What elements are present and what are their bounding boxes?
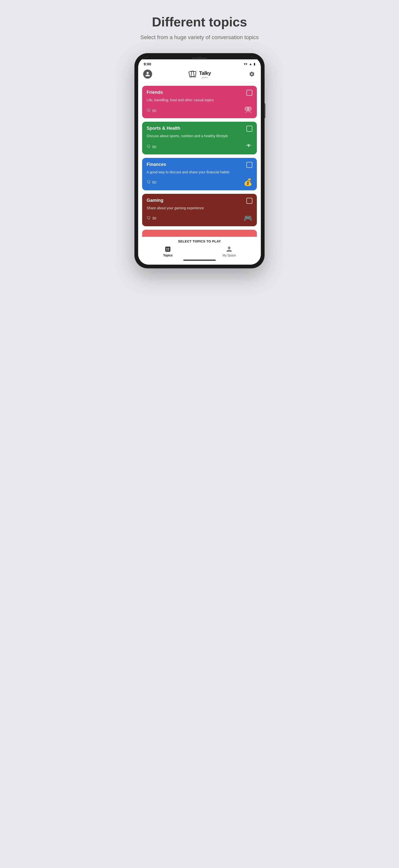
svg-rect-6 xyxy=(168,249,169,251)
svg-rect-3 xyxy=(166,248,167,249)
topic-checkbox-sports[interactable] xyxy=(246,126,252,132)
myspace-label: My Space xyxy=(222,254,236,257)
card-icon-sports: 🗨 xyxy=(147,145,151,149)
topic-footer-friends: 🗨 50 xyxy=(147,106,252,115)
topic-name-sports: Sports & Health xyxy=(147,126,180,131)
topics-icon xyxy=(164,246,171,253)
topic-name-friends: Friends xyxy=(147,90,163,95)
topic-name-finances: Finances xyxy=(147,162,166,167)
phone-time: 9:00 xyxy=(144,62,151,66)
page-header: Different topics Select from a huge vari… xyxy=(141,10,258,41)
topic-name-gaming: Gaming xyxy=(147,198,163,203)
topic-emoji-sports xyxy=(245,142,252,151)
topic-footer-sports: 🗨 50 xyxy=(147,142,252,151)
signal-icon: ▲ xyxy=(249,62,252,66)
svg-rect-2 xyxy=(165,247,170,252)
topic-description-gaming: Share about your gaming experience xyxy=(147,206,252,211)
card-icon-friends: 🗨 xyxy=(147,108,151,113)
topic-card-gaming[interactable]: Gaming Share about your gaming experienc… xyxy=(142,194,257,226)
topic-count-finances: 🗨 50 xyxy=(147,180,156,185)
svg-rect-4 xyxy=(168,248,169,249)
page-title: Different topics xyxy=(141,15,258,29)
app-logo: Talky games xyxy=(189,70,211,79)
topic-checkbox-gaming[interactable] xyxy=(246,198,252,204)
topic-count-gaming: 🗨 30 xyxy=(147,216,156,220)
topic-card-header-finances: Finances xyxy=(147,162,252,168)
nav-tab-myspace[interactable]: My Space xyxy=(222,246,236,257)
phone-inner: 9:00 ▾▾ ▲ ▮ xyxy=(138,57,261,265)
topic-count-sports: 🗨 50 xyxy=(147,145,156,149)
svg-rect-5 xyxy=(166,249,167,251)
status-icons: ▾▾ ▲ ▮ xyxy=(244,62,255,66)
phone-frame: 9:00 ▾▾ ▲ ▮ xyxy=(135,53,264,268)
topic-count-friends: 🗨 50 xyxy=(147,108,156,113)
battery-icon: ▮ xyxy=(254,62,255,66)
topic-checkbox-finances[interactable] xyxy=(246,162,252,168)
wifi-icon: ▾▾ xyxy=(244,62,247,66)
topic-emoji-gaming: 🎮 xyxy=(244,214,252,222)
select-topics-label: SELECT TOPICS TO PLAY xyxy=(138,240,261,243)
page-subtitle: Select from a huge variety of conversati… xyxy=(141,33,258,41)
card-icon-gaming: 🗨 xyxy=(147,216,151,220)
topic-card-header-gaming: Gaming xyxy=(147,198,252,204)
topic-card-header-sports: Sports & Health xyxy=(147,126,252,132)
topics-list: Friends Life, travelling, food and other… xyxy=(138,82,261,237)
topic-description-friends: Life, travelling, food and other casual … xyxy=(147,98,252,103)
svg-point-1 xyxy=(247,107,251,111)
topic-footer-finances: 🗨 50 💰 xyxy=(147,178,252,186)
bottom-nav: SELECT TOPICS TO PLAY Topic xyxy=(138,237,261,265)
nav-tab-topics[interactable]: Topics xyxy=(163,246,173,257)
settings-icon[interactable] xyxy=(248,70,256,78)
topics-label: Topics xyxy=(163,254,173,257)
topic-card-friends[interactable]: Friends Life, travelling, food and other… xyxy=(142,86,257,118)
topic-emoji-friends xyxy=(244,106,252,115)
card-icon-finances: 🗨 xyxy=(147,180,151,185)
nav-tabs: Topics My Space xyxy=(138,246,261,257)
myspace-icon xyxy=(226,246,233,253)
app-header: Talky games xyxy=(138,67,261,82)
bottom-bar xyxy=(183,260,216,261)
topic-description-finances: A good way to discuss and share your fin… xyxy=(147,170,252,175)
topic-card-header-friends: Friends xyxy=(147,90,252,96)
avatar-icon[interactable] xyxy=(143,70,152,79)
page-wrapper: Different topics Select from a huge vari… xyxy=(100,10,299,268)
logo-text: Talky xyxy=(199,70,211,76)
topic-card-sports[interactable]: Sports & Health Discuss about sports, nu… xyxy=(142,122,257,154)
topic-checkbox-friends[interactable] xyxy=(246,90,252,96)
logo-subtext: games xyxy=(199,76,211,79)
topic-card-finances[interactable]: Finances A good way to discuss and share… xyxy=(142,158,257,190)
topic-card-partial xyxy=(142,230,257,237)
topic-emoji-finances: 💰 xyxy=(244,178,252,186)
status-bar: 9:00 ▾▾ ▲ ▮ xyxy=(138,59,261,67)
topic-footer-gaming: 🗨 30 🎮 xyxy=(147,214,252,222)
topic-description-sports: Discuss about sports, nutrition and a he… xyxy=(147,134,252,139)
